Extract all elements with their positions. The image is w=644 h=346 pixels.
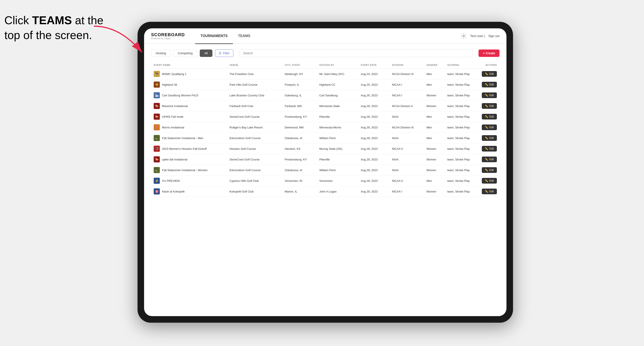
venue-cell: Lake Bracken Country Club	[227, 90, 282, 101]
edit-icon: ✏️	[485, 179, 488, 182]
table-row: 🐎 upike fall invitational StoneCrest Gol…	[151, 154, 500, 165]
col-header-event: EVENT NAME	[151, 61, 227, 69]
edit-button[interactable]: ✏️ Edit	[482, 135, 497, 141]
create-button[interactable]: + Create	[478, 49, 500, 57]
table-row: 🦌 Morris Invitational Ruttger's Bay Lake…	[151, 122, 500, 133]
scoring-cell: team, Stroke Play	[445, 154, 479, 165]
start-date-cell: Aug 28, 2023	[358, 122, 390, 133]
sign-out-link[interactable]: Sign out	[488, 34, 500, 38]
edit-button[interactable]: ✏️ Edit	[482, 178, 497, 183]
actions-cell: ✏️ Edit	[479, 175, 500, 186]
scoring-cell: team, Stroke Play	[445, 133, 479, 144]
table-row: 🦢 Carl Sandburg Women FA23 Lake Bracken …	[151, 90, 500, 101]
division-cell: NCAA Division II	[389, 101, 424, 111]
hosted-by-cell: Minnesota State	[317, 101, 358, 111]
edit-button[interactable]: ✏️ Edit	[482, 167, 497, 173]
table-wrapper: EVENT NAME VENUE CITY, STATE HOSTED BY S…	[151, 61, 500, 311]
start-date-cell: Aug 28, 2023	[358, 101, 390, 111]
gender-cell: Men	[424, 69, 445, 79]
filter-button[interactable]: ☰ Filter	[215, 49, 233, 57]
division-cell: NAIA	[389, 111, 424, 122]
division-cell: NCAA Division III	[389, 69, 424, 79]
scoring-cell: team, Stroke Play	[445, 122, 479, 133]
gender-cell: Men	[424, 122, 445, 133]
main-content: Hosting Competing All ☰ Filter + Create	[144, 44, 506, 316]
hosted-by-cell: Pikeville	[317, 154, 358, 165]
edit-icon: ✏️	[485, 169, 488, 172]
city-cell: Oskaloosa, IA	[282, 133, 317, 144]
hosting-filter-button[interactable]: Hosting	[151, 49, 170, 57]
event-name-cell: 🦁 Highland 36	[151, 79, 227, 90]
search-box	[240, 49, 472, 57]
hosted-by-cell: Carl Sandburg	[317, 90, 358, 101]
gender-cell: Women	[424, 101, 445, 111]
search-input[interactable]	[240, 49, 472, 57]
event-name-cell: 🦃 2023 Women's Hesston Fall Kickoff	[151, 144, 227, 154]
col-header-venue: VENUE	[227, 61, 282, 69]
start-date-cell: Aug 28, 2023	[358, 133, 390, 144]
scoring-cell: team, Stroke Play	[445, 111, 479, 122]
actions-cell: ✏️ Edit	[479, 122, 500, 133]
team-logo: 🐎	[154, 103, 160, 109]
edit-icon: ✏️	[485, 147, 488, 150]
gender-cell: Women	[424, 90, 445, 101]
edit-button[interactable]: ✏️ Edit	[482, 157, 497, 162]
hosted-by-cell: Minnesota-Morris	[317, 122, 358, 133]
edit-button[interactable]: ✏️ Edit	[482, 114, 497, 120]
event-name-cell: 🎯 Klash at Kokopelli	[151, 186, 227, 197]
actions-cell: ✏️ Edit	[479, 144, 500, 154]
col-header-actions: ACTIONS	[479, 61, 500, 69]
venue-cell: Faribault Golf Club	[227, 101, 282, 111]
venue-cell: Hesston Golf Course	[227, 144, 282, 154]
start-date-cell: Aug 28, 2023	[358, 186, 390, 197]
division-cell: NICAA II	[389, 144, 424, 154]
city-cell: Galesburg, IL	[282, 90, 317, 101]
edit-button[interactable]: ✏️ Edit	[482, 92, 497, 98]
hosted-by-cell: Murray State (OK)	[317, 144, 358, 154]
edit-icon: ✏️	[485, 104, 488, 108]
scoring-cell: team, Stroke Play	[445, 101, 479, 111]
city-cell: Marion, IL	[282, 186, 317, 197]
edit-button[interactable]: ✏️ Edit	[482, 82, 497, 87]
gender-cell: Women	[424, 165, 445, 175]
gender-cell: Men	[424, 133, 445, 144]
actions-cell: ✏️ Edit	[479, 111, 500, 122]
hosted-by-cell: William Penn	[317, 165, 358, 175]
scoring-cell: team, Stroke Play	[445, 175, 479, 186]
venue-cell: The Powelton Club	[227, 69, 282, 79]
edit-button[interactable]: ✏️ Edit	[482, 71, 497, 77]
start-date-cell: Aug 28, 2023	[358, 111, 390, 122]
competing-filter-button[interactable]: Competing	[173, 49, 197, 57]
team-logo: 🦁	[154, 82, 160, 88]
team-logo: ⚡	[154, 178, 160, 184]
nav-teams[interactable]: TEAMS	[233, 28, 256, 44]
event-name: Carl Sandburg Women FA23	[162, 94, 198, 97]
city-cell: Vincennes, IN	[282, 175, 317, 186]
table-row: 🎯 Klash at Kokopelli Kokopelli Golf Club…	[151, 186, 500, 197]
logo-title: SCOREBOARD	[151, 32, 185, 37]
table-header-row: EVENT NAME VENUE CITY, STATE HOSTED BY S…	[151, 61, 500, 69]
nav-tournaments[interactable]: TOURNAMENTS	[195, 28, 233, 44]
edit-button[interactable]: ✏️ Edit	[482, 125, 497, 130]
division-cell: NCAA Division III	[389, 122, 424, 133]
edit-button[interactable]: ✏️ Edit	[482, 103, 497, 109]
filter-icon: ☰	[219, 51, 222, 55]
team-logo: 🦢	[154, 92, 160, 98]
edit-button[interactable]: ✏️ Edit	[482, 146, 497, 152]
edit-icon: ✏️	[485, 115, 488, 118]
event-name: Klash at Kokopelli	[162, 190, 184, 193]
logo-subtitle: Powered by clippit	[151, 37, 185, 40]
all-filter-button[interactable]: All	[200, 49, 212, 57]
start-date-cell: Aug 28, 2023	[358, 154, 390, 165]
settings-icon[interactable]	[460, 33, 467, 39]
gender-cell: Women	[424, 186, 445, 197]
actions-cell: ✏️ Edit	[479, 79, 500, 90]
col-header-scoring: SCORING	[445, 61, 479, 69]
scoring-cell: team, Stroke Play	[445, 79, 479, 90]
nav-bar: SCOREBOARD Powered by clippit TOURNAMENT…	[144, 28, 506, 44]
hosted-by-cell: Pikeville	[317, 111, 358, 122]
scoring-cell: team, Stroke Play	[445, 186, 479, 197]
actions-cell: ✏️ Edit	[479, 186, 500, 197]
edit-button[interactable]: ✏️ Edit	[482, 188, 497, 194]
filter-bar: Hosting Competing All ☰ Filter + Create	[151, 49, 500, 57]
